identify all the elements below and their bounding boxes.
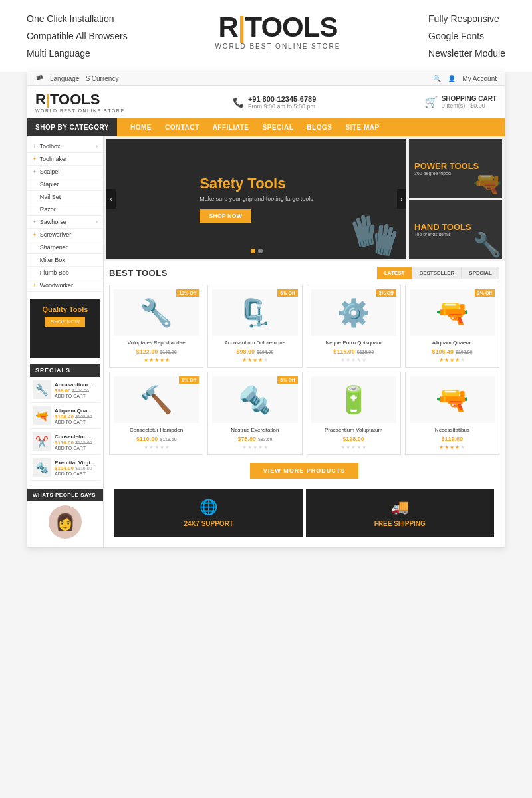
sidebar-item-razor[interactable]: + Razor [27,203,103,216]
sidebar-item-scalpel[interactable]: + Scalpel [27,166,103,178]
nav-special[interactable]: SPECIAL [263,118,294,136]
product-price-4: $106.40$108.80 [410,348,495,355]
product-badge-5: 8% Off [179,376,199,384]
account-icon: 👤 [448,75,456,82]
special-add-cart-3[interactable]: ADD TO CART [55,446,92,450]
product-name-3: Neque Porro Quisquam [311,340,396,346]
sidebar: + Toolbox› + Toolmaker + Scalpel + Stapl… [27,136,104,547]
site-logo-sub: WORLD BEST ONLINE STORE [35,108,125,113]
power-tools-title: POWER TOOLS [414,161,479,171]
sidebar-item-sawhorse[interactable]: + Sawhorse› [27,216,103,229]
sidebar-item-screwdriver[interactable]: + Screwdriver [27,229,103,241]
hero-side-power-tools[interactable]: POWER TOOLS 360 degree tripod 🔫 [409,139,502,198]
main-content: + Toolbox› + Toolmaker + Scalpel + Stapl… [27,136,505,547]
support-icon: 🌐 [121,499,297,516]
special-item-img-1: 🔧 [33,380,51,399]
sidebar-item-miterbox[interactable]: + Miter Box [27,254,103,267]
hero-next-button[interactable]: › [397,189,406,209]
feature-newsletter: Newsletter Module [428,48,505,59]
special-name-1: Accusantium ... [55,382,94,388]
tab-special[interactable]: SPECIAL [462,267,499,279]
product-price-6: $78.80$83.60 [212,436,297,442]
hero-dot-2[interactable] [258,249,263,253]
product-card-3: 3% Off ⚙️ Neque Porro Quisquam $115.00$1… [307,285,401,368]
sidebar-item-sharpener[interactable]: + Sharpener [27,241,103,254]
product-name-6: Nostrud Exercitation [212,427,297,433]
special-add-cart-2[interactable]: ADD TO CART [55,420,92,424]
nav-home[interactable]: HOME [130,118,152,136]
product-card-7: 🔋 Praesentium Voluptatum $128.00 ★★★★★ [307,372,401,455]
sidebar-item-toolmaker[interactable]: + Toolmaker [27,153,103,166]
special-name-4: Exercitat Virgi... [55,460,94,466]
special-old-price-3: $119.60 [75,440,92,445]
product-name-8: Necessitatibus [410,427,495,433]
site-top-left: 🏴 Language $ Currency [35,75,118,82]
hero-product-image: 🧤 [350,211,400,259]
special-price-4: $104.00 [55,466,74,471]
header-cart[interactable]: 🛒 SHOPPING CART 0 Item(s) - $0.00 [424,95,497,109]
sidebar-item-toolbox[interactable]: + Toolbox› [27,140,103,153]
hand-tools-title: HAND TOOLS [414,222,471,232]
specials-title: SPECIALS [30,364,100,377]
hero-prev-button[interactable]: ‹ [106,189,116,209]
my-account-link[interactable]: My Account [462,75,497,82]
product-price-8: $119.60 [410,436,495,442]
product-name-1: Voluptates Repudiandae [114,340,199,346]
special-item-2: 🔫 Aliquam Qua... $106.40 $108.80 ADD TO … [30,403,100,429]
header-contact: 📞 +91 800-12345-6789 From 9:00 am to 5:0… [233,95,316,110]
view-more-button[interactable]: VIEW MORE PRODUCTS [250,463,359,479]
nav-blogs[interactable]: BLOGS [307,118,332,136]
nav-affiliate[interactable]: AFFILIATE [213,118,249,136]
hero-side-cards: POWER TOOLS 360 degree tripod 🔫 HAND TOO… [409,139,502,259]
specials-section: SPECIALS 🔧 Accusantium ... $98.00 $104.0… [27,361,103,483]
cart-label: SHOPPING CART [442,95,497,102]
product-name-4: Aliquam Quaerat [410,340,495,346]
feature-fonts: Google Fonts [428,31,505,41]
category-button[interactable]: SHOP BY CATEGORY [27,118,117,136]
logo-tagline: WORLD BEST ONLINE STORE [128,43,428,50]
product-stars-4: ★★★★★ [410,357,495,363]
site-navigation: SHOP BY CATEGORY HOME CONTACT AFFILIATE … [27,118,505,136]
hero-side-hand-tools[interactable]: HAND TOOLS Top brands item's 🔧 [409,200,502,259]
product-old-3: $118.00 [357,350,374,354]
tab-latest[interactable]: LATEST [377,267,412,279]
currency-selector[interactable]: $ Currency [86,75,119,82]
special-old-price-2: $108.80 [75,414,92,419]
special-item-4: 🔩 Exercitat Virgi... $104.00 $116.00 ADD… [30,455,100,481]
special-item-1: 🔧 Accusantium ... $98.00 $104.00 ADD TO … [30,377,100,403]
sidebar-item-woodworker[interactable]: + Woodworker [27,279,103,292]
sidebar-item-plumbbob[interactable]: + Plumb Bob [27,267,103,279]
phone-number: +91 800-12345-6789 [248,95,316,103]
special-item-img-3: ✂️ [33,432,51,451]
product-stars-3: ★★★★★ [311,357,396,363]
special-name-3: Consectetur ... [55,434,92,440]
product-badge-1: 13% Off [176,289,199,297]
search-icon[interactable]: 🔍 [433,75,441,82]
special-add-cart-4[interactable]: ADD TO CART [55,471,94,476]
hero-slider: ‹ Safety Tools Make sure your grip and f… [106,139,406,259]
hero-dots [251,249,263,253]
site-header: R|TOOLS WORLD BEST ONLINE STORE 📞 +91 80… [27,86,505,118]
language-selector[interactable]: Language [50,75,80,82]
nav-contact[interactable]: CONTACT [165,118,200,136]
special-item-img-2: 🔫 [33,406,51,425]
special-price-1: $98.00 [55,388,70,394]
nav-sitemap[interactable]: SITE MAP [345,118,379,136]
site-top-bar: 🏴 Language $ Currency 🔍 👤 My Account [27,72,505,86]
sidebar-item-nailset[interactable]: + Nail Set [27,191,103,203]
sidebar-promo: Quality Tools SHOP NOW [30,299,100,358]
hero-dot-1[interactable] [251,249,255,253]
product-img-8: 🔫 [410,376,495,423]
product-price-7: $128.00 [311,436,396,442]
product-stars-6: ★★★★★ [212,444,297,450]
feature-support: 🌐 24X7 SUPPORT [114,489,303,537]
product-stars-2: ★★★★★ [212,357,297,363]
promo-shop-now-button[interactable]: SHOP NOW [45,317,85,327]
feature-compatible: Compatible All Browsers [27,31,128,41]
special-add-cart-1[interactable]: ADD TO CART [55,394,94,398]
tab-bestseller[interactable]: BESTSELLER [412,267,462,279]
whats-people-title: WHATS PEOPLE SAYS [27,489,103,501]
hero-shop-now-button[interactable]: SHOP NOW [200,209,251,223]
product-old-1: $140.00 [160,350,176,354]
sidebar-item-stapler[interactable]: + Stapler [27,178,103,191]
